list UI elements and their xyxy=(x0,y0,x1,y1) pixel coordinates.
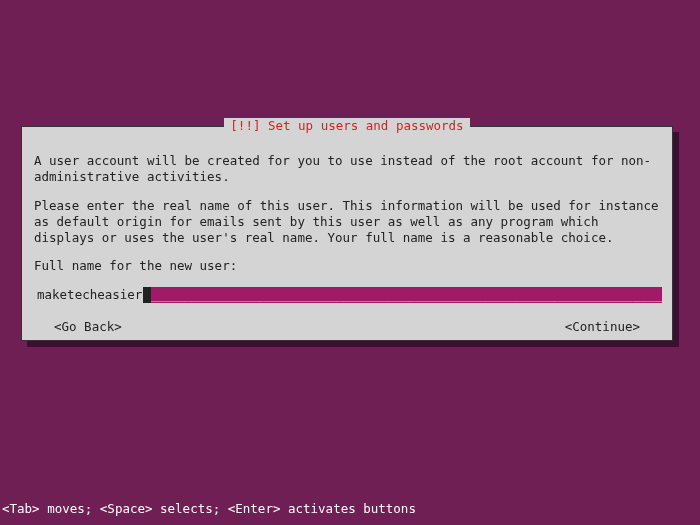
dialog-paragraph-2: Please enter the real name of this user.… xyxy=(34,198,660,247)
dialog-setup-users: [!!] Set up users and passwords A user a… xyxy=(21,126,673,341)
dialog-body: A user account will be created for you t… xyxy=(34,153,660,335)
continue-button[interactable]: <Continue> xyxy=(565,319,640,335)
dialog-title: [!!] Set up users and passwords xyxy=(224,118,469,134)
dialog-title-wrap: [!!] Set up users and passwords xyxy=(22,118,672,134)
dialog-buttons: <Go Back> <Continue> xyxy=(34,319,660,335)
help-bar: <Tab> moves; <Space> selects; <Enter> ac… xyxy=(0,501,416,517)
prompt-label: Full name for the new user: xyxy=(34,258,660,274)
input-fill: ________________________________________… xyxy=(151,287,662,303)
dialog-paragraph-1: A user account will be created for you t… xyxy=(34,153,660,186)
go-back-button[interactable]: <Go Back> xyxy=(54,319,122,335)
fullname-input-value: maketecheasier xyxy=(36,287,143,303)
fullname-input[interactable]: maketecheasier _________________________… xyxy=(36,287,662,303)
text-cursor xyxy=(143,287,151,303)
